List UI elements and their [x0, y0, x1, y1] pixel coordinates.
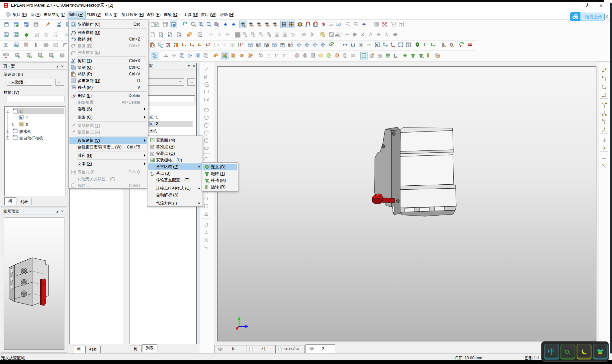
svg-text:100: 100: [215, 23, 219, 25]
svg-text:▓▓▓: ▓▓▓: [235, 35, 240, 38]
svg-text:1 2: 1 2: [54, 35, 57, 37]
svg-text:D: D: [52, 55, 54, 58]
svg-text:LC: LC: [29, 55, 32, 58]
svg-text:D: D: [267, 24, 270, 28]
svg-text:B: B: [251, 24, 254, 28]
svg-text:E: E: [275, 24, 277, 28]
svg-text:A: A: [5, 56, 7, 58]
svg-text:S: S: [18, 55, 20, 58]
svg-text:BC: BC: [41, 55, 44, 58]
svg-text:123: 123: [35, 35, 39, 37]
svg-text:C: C: [259, 24, 262, 28]
svg-text:T: T: [400, 22, 402, 26]
svg-text:,: ,: [569, 350, 570, 355]
svg-text:123: 123: [329, 24, 332, 26]
svg-text:1 2: 1 2: [44, 35, 48, 37]
svg-text:8: 8: [306, 33, 306, 35]
svg-text:A: A: [243, 24, 246, 28]
